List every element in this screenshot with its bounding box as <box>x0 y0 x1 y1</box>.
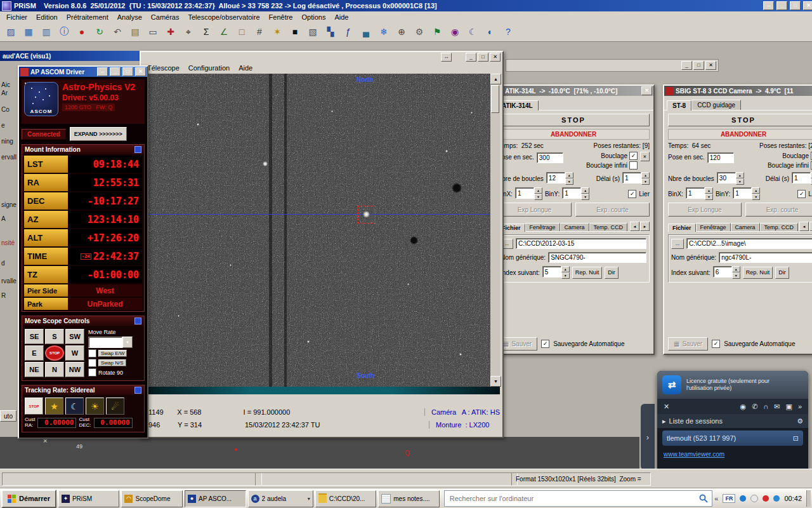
exposure-input[interactable]: 300 <box>537 152 563 163</box>
loop-infinite-checkbox[interactable] <box>629 161 638 170</box>
tab-scroll-left-icon[interactable]: ◄ <box>799 222 809 231</box>
tab-scroll-right-icon[interactable]: ► <box>809 222 812 231</box>
biny-stepper[interactable]: 1 ▲▼ <box>733 187 760 200</box>
image-canvas[interactable]: North South <box>141 74 490 387</box>
long-exposure-button[interactable]: Exp Longue <box>668 203 742 217</box>
copy-icon[interactable]: ▥ <box>37 23 55 40</box>
delay-stepper[interactable]: 1 ▲▼ <box>792 172 812 185</box>
settings-tab[interactable]: Temp. CCD <box>760 223 799 231</box>
image-menu-item[interactable]: Aide <box>235 64 256 72</box>
gear-icon[interactable]: ⚙ <box>410 23 428 40</box>
autosave-checkbox[interactable]: ✓ <box>712 340 720 348</box>
group-help-icon[interactable] <box>134 146 141 153</box>
move-s-button[interactable]: S <box>45 329 64 344</box>
settings-tab[interactable]: Camera <box>731 223 760 231</box>
tab-scroll-left-icon[interactable]: ◄ <box>630 222 639 231</box>
close-window-button[interactable]: ✕ <box>705 61 716 70</box>
close-window-button[interactable]: ✕ <box>803 1 812 10</box>
menu-item[interactable]: Caméras <box>147 13 183 22</box>
autosave-checkbox[interactable]: ✓ <box>541 340 549 348</box>
image-window-titlebar[interactable]: ↔ _ □ ✕ <box>141 52 502 62</box>
long-exposure-button[interactable]: Exp Longue <box>497 203 572 217</box>
print-icon[interactable]: ▭ <box>144 23 162 40</box>
background-window-titlebar[interactable]: _ □ ✕ <box>506 59 719 72</box>
tracking-lunar-button[interactable]: ☾ <box>65 398 84 415</box>
tracking-stop-button[interactable]: STOP <box>25 398 43 415</box>
snowflake-icon[interactable]: ❄ <box>375 23 393 40</box>
camera-tab[interactable]: ST-8 <box>667 100 691 110</box>
sbig-titlebar[interactable]: SBIG ST-8 3 CCD Camera -> 4.9°C [11 <box>664 86 812 96</box>
connect-session-icon[interactable]: ⊡ <box>793 434 799 443</box>
small-close-button[interactable]: ✕ <box>640 152 650 161</box>
menu-item[interactable]: Analyse <box>114 13 146 22</box>
menu-item[interactable]: Edition <box>32 13 62 22</box>
settings-tab[interactable]: Camera <box>560 223 589 231</box>
camera-icon[interactable]: ◉ <box>446 23 464 40</box>
image-menu-item[interactable]: Configuration <box>185 64 233 72</box>
headset-icon[interactable]: ∩ <box>763 403 768 411</box>
tray-expand-icon[interactable]: « <box>714 495 718 502</box>
language-indicator[interactable]: FR <box>723 494 735 503</box>
taskbar-item-prism[interactable]: ✦ PRiSM <box>58 490 120 507</box>
save-path-field[interactable]: C:\CCD\2012-03-15 <box>516 238 646 249</box>
camera-tab[interactable]: CCD guidage <box>691 100 741 110</box>
binx-stepper[interactable]: 1 ▲▼ <box>686 187 713 200</box>
menu-item[interactable]: Telescope/observatoire <box>184 13 263 22</box>
link-bin-checkbox[interactable]: ✓ <box>797 190 806 198</box>
teamviewer-link[interactable]: www.teamviewer.com <box>664 451 724 458</box>
grid-icon[interactable]: # <box>251 23 268 40</box>
next-index-stepper[interactable]: 6 ▲▼ <box>713 266 740 279</box>
mosaic-icon[interactable]: ▚ <box>322 23 339 40</box>
network-tray-icon[interactable] <box>773 495 780 502</box>
compass-icon[interactable]: ⊕ <box>393 23 410 40</box>
taskbar-item-ccd-folder[interactable]: C:\CCD\20... <box>315 490 377 507</box>
save-path-field[interactable]: C:\CCD\2...5\image\ <box>686 238 812 249</box>
search-field[interactable] <box>449 494 700 503</box>
open-image-icon[interactable]: ▨ <box>2 23 20 40</box>
telescope-icon[interactable]: ⌖ <box>180 23 197 40</box>
scroll-down-icon[interactable]: ▼ <box>490 376 501 387</box>
move-w-button[interactable]: W <box>65 345 84 361</box>
video-icon[interactable]: ◉ <box>740 403 747 411</box>
maximize-window-button[interactable]: □ <box>693 61 704 70</box>
star-field-icon[interactable]: ✶ <box>268 23 286 40</box>
session-entry[interactable]: tlemoult (523 117 997) ⊡ <box>662 431 803 446</box>
clipboard-icon[interactable]: ▤ <box>126 23 144 40</box>
background-auto-button-fragment[interactable]: uto <box>0 410 16 422</box>
group-help-icon[interactable] <box>134 318 141 324</box>
move-se-button[interactable]: SE <box>25 329 44 344</box>
stop-exposure-button[interactable]: STOP <box>497 114 650 126</box>
ascom-titlebar[interactable]: AP ASCOM Driver ↔ _ □ ✕ <box>19 67 147 77</box>
image-menu-item[interactable]: Télescope <box>143 64 183 72</box>
flag-icon[interactable]: ⚑ <box>428 23 446 40</box>
sessions-header[interactable]: ▸ Liste de sessions ⚙ <box>657 414 808 428</box>
save-button[interactable]: ▦ Sauver <box>668 337 708 351</box>
move-stop-button[interactable]: STOP <box>45 345 64 361</box>
move-rate-select[interactable]: 0.50x ▼ <box>88 337 133 348</box>
move-ne-button[interactable]: NE <box>25 362 44 377</box>
volume-tray-icon[interactable] <box>750 495 758 502</box>
group-help-icon[interactable] <box>134 387 141 394</box>
maximize-window-button[interactable]: □ <box>478 53 488 62</box>
exposure-input[interactable]: 120 <box>707 152 734 163</box>
show-desktop-button[interactable] <box>806 490 811 507</box>
night-folder-button[interactable]: Rep. Nuit <box>572 267 603 279</box>
generic-name-input[interactable]: SNGC4790- <box>548 252 646 263</box>
short-exposure-button[interactable]: Exp. courte <box>575 203 650 217</box>
gear-icon[interactable]: ⚙ <box>797 417 803 425</box>
taskbar-item-scopedome[interactable]: ◠ ScopeDome <box>121 490 183 507</box>
browse-button[interactable]: ... <box>671 239 684 249</box>
resize-window-button[interactable]: ↔ <box>763 1 774 10</box>
help-icon[interactable]: ? <box>499 23 517 40</box>
minimize-window-button[interactable]: _ <box>681 61 692 70</box>
resize-window-button[interactable]: ↔ <box>97 67 108 76</box>
close-icon[interactable]: ✕ <box>641 86 652 95</box>
loops-stepper[interactable]: 12 ▲▼ <box>546 172 573 185</box>
scroll-up-icon[interactable]: ▲ <box>490 74 501 84</box>
tracking-custom-button[interactable]: ☄ <box>106 398 124 415</box>
taskbar-item-ap-ascom[interactable]: ● AP ASCO... <box>185 490 246 507</box>
angle-icon[interactable]: ∠ <box>215 23 233 40</box>
more-icon[interactable]: » <box>798 403 802 411</box>
save-image-icon[interactable]: ▦ <box>20 23 37 40</box>
teamviewer-tray-icon[interactable] <box>740 495 746 502</box>
